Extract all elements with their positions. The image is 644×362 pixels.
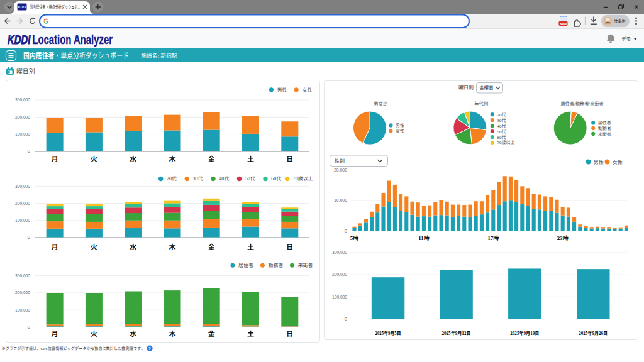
svg-text:男性: 男性 bbox=[594, 158, 604, 165]
svg-text:KDDI: KDDI bbox=[18, 5, 26, 9]
svg-text:0: 0 bbox=[28, 148, 31, 154]
svg-text:17時: 17時 bbox=[487, 234, 499, 242]
svg-text:200,000: 200,000 bbox=[15, 200, 30, 206]
svg-text:23時: 23時 bbox=[557, 234, 569, 242]
svg-text:火: 火 bbox=[91, 241, 97, 251]
svg-text:20代: 20代 bbox=[167, 175, 177, 182]
svg-text:2025年9月5日: 2025年9月5日 bbox=[375, 329, 401, 336]
svg-text:居住者: 居住者 bbox=[238, 261, 253, 268]
svg-text:日: 日 bbox=[286, 328, 293, 338]
svg-text:水: 水 bbox=[130, 241, 136, 251]
svg-text:男女比: 男女比 bbox=[374, 100, 387, 107]
svg-text:金: 金 bbox=[208, 153, 215, 163]
svg-text:2025年9月19日: 2025年9月19日 bbox=[510, 329, 539, 336]
svg-text:40代: 40代 bbox=[219, 175, 229, 182]
svg-text:New: New bbox=[560, 22, 567, 26]
svg-text:仕事用: 仕事用 bbox=[614, 17, 626, 24]
svg-text:男性: 男性 bbox=[277, 86, 287, 93]
svg-text:300,000: 300,000 bbox=[15, 184, 30, 189]
svg-text:KDDILocation Analyzer: KDDILocation Analyzer bbox=[8, 32, 113, 47]
svg-text:居住者/勤務者/来街者: 居住者/勤務者/来街者 bbox=[561, 100, 604, 107]
svg-text:木: 木 bbox=[169, 328, 176, 338]
svg-text:100,000: 100,000 bbox=[15, 131, 30, 137]
svg-text:火: 火 bbox=[91, 328, 97, 338]
svg-text:月: 月 bbox=[52, 328, 58, 338]
svg-text:土: 土 bbox=[247, 241, 254, 251]
svg-text:10,000: 10,000 bbox=[334, 197, 347, 203]
svg-text:300,000: 300,000 bbox=[15, 97, 30, 102]
svg-text:70歳以上: 70歳以上 bbox=[497, 139, 514, 145]
svg-text:30代: 30代 bbox=[193, 175, 203, 182]
svg-text:300,000: 300,000 bbox=[332, 250, 347, 255]
svg-text:0: 0 bbox=[345, 228, 348, 234]
svg-text:金: 金 bbox=[208, 241, 215, 251]
svg-text:土: 土 bbox=[247, 328, 254, 338]
svg-text:2025年9月26日: 2025年9月26日 bbox=[579, 329, 608, 336]
svg-text:200,000: 200,000 bbox=[15, 290, 30, 295]
svg-text:2025年9月12日: 2025年9月12日 bbox=[442, 329, 471, 336]
svg-text:水: 水 bbox=[130, 153, 136, 163]
svg-text:60代: 60代 bbox=[271, 175, 281, 182]
svg-text:日: 日 bbox=[286, 241, 293, 251]
svg-text:勤務者: 勤務者 bbox=[269, 261, 284, 268]
svg-text:0: 0 bbox=[345, 316, 348, 322]
svg-text:11時: 11時 bbox=[418, 234, 430, 242]
svg-text:0: 0 bbox=[28, 324, 31, 330]
svg-text:100,000: 100,000 bbox=[15, 217, 30, 223]
svg-text:土: 土 bbox=[247, 153, 254, 163]
svg-text:木: 木 bbox=[169, 241, 176, 251]
svg-text:0: 0 bbox=[28, 234, 31, 240]
svg-text:70歳以上: 70歳以上 bbox=[293, 175, 313, 182]
svg-text:金曜日: 金曜日 bbox=[480, 84, 494, 91]
svg-text:曜日別: 曜日別 bbox=[458, 84, 474, 90]
svg-text:金: 金 bbox=[208, 328, 215, 338]
svg-text:水: 水 bbox=[130, 328, 136, 338]
svg-text:300,000: 300,000 bbox=[15, 273, 30, 278]
svg-text:火: 火 bbox=[91, 153, 97, 163]
svg-text:デモ: デモ bbox=[621, 35, 631, 42]
svg-text:※グラフが示す値は、GPS位置情報ビッグデータから独自に集計: ※グラフが示す値は、GPS位置情報ビッグデータから独自に集計した推測値です。 bbox=[2, 345, 145, 351]
svg-text:国内居住者・単点分析ダッシュボ...: 国内居住者・単点分析ダッシュボ... bbox=[30, 3, 80, 10]
svg-text:性別: 性別 bbox=[335, 157, 345, 164]
svg-text:国内居住者・単点分析ダッシュボード: 国内居住者・単点分析ダッシュボード bbox=[23, 49, 129, 61]
svg-text:女性: 女性 bbox=[396, 128, 404, 134]
svg-text:月: 月 bbox=[52, 153, 58, 163]
svg-text:月: 月 bbox=[52, 241, 58, 251]
svg-text:女性: 女性 bbox=[613, 158, 623, 165]
svg-text:100,000: 100,000 bbox=[15, 307, 30, 313]
svg-text:来街者: 来街者 bbox=[598, 131, 611, 137]
svg-text:100,000: 100,000 bbox=[332, 294, 347, 300]
svg-text:日: 日 bbox=[286, 153, 293, 163]
svg-text:女性: 女性 bbox=[302, 86, 312, 93]
svg-text:200,000: 200,000 bbox=[332, 272, 347, 277]
svg-text:20,000: 20,000 bbox=[334, 167, 347, 173]
svg-text:来街者: 来街者 bbox=[298, 261, 313, 268]
svg-text:施設名: 新宿駅: 施設名: 新宿駅 bbox=[141, 52, 177, 60]
svg-text:木: 木 bbox=[169, 153, 176, 163]
svg-text:5時: 5時 bbox=[350, 234, 359, 242]
svg-text:?: ? bbox=[148, 346, 151, 351]
svg-text:200,000: 200,000 bbox=[15, 114, 30, 120]
svg-text:年代別: 年代別 bbox=[474, 100, 488, 107]
svg-text:曜日別: 曜日別 bbox=[16, 65, 35, 75]
svg-text:50代: 50代 bbox=[245, 175, 255, 182]
